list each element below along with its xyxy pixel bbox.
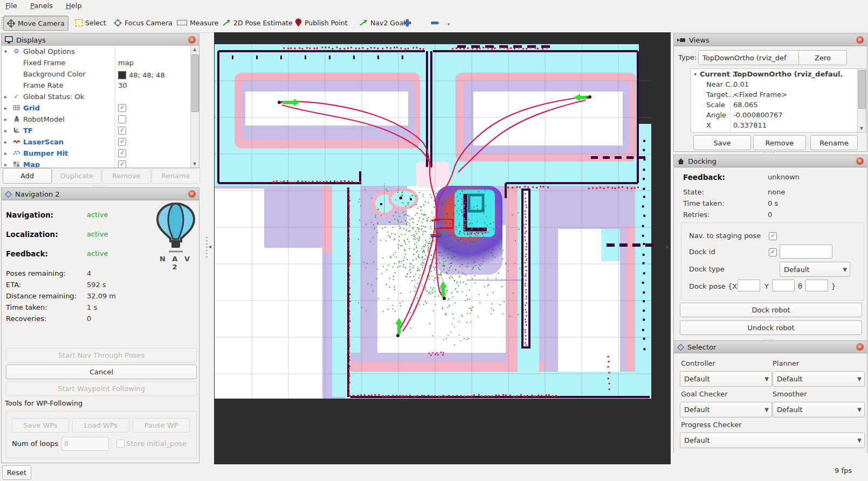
fixed-frame-value[interactable]: map <box>118 57 134 68</box>
reset-button[interactable]: Reset <box>2 465 31 480</box>
staging-pose-checkbox[interactable]: ✓ <box>769 232 777 240</box>
display-row-laserscan[interactable]: ▸ LaserScan ✓ <box>2 136 199 148</box>
scrollbar-thumb[interactable] <box>191 54 199 112</box>
display-row-bumper-hit[interactable]: ▸ Bumper Hit ✓ <box>2 148 199 159</box>
menu-panels[interactable]: Panels <box>25 0 58 11</box>
undock-robot-button[interactable]: Undock robot <box>680 320 862 335</box>
display-row-robotmodel[interactable]: ▸ RobotModel ✓ <box>2 114 199 125</box>
camera-icon <box>677 37 686 43</box>
duplicate-display-button: Duplicate <box>52 168 101 184</box>
scroll-down-icon[interactable]: ▼ <box>858 125 865 132</box>
expander-icon[interactable]: ▾ <box>694 69 697 79</box>
visibility-checkbox[interactable]: ✓ <box>118 149 126 157</box>
display-row-grid[interactable]: ▸ Grid ✓ <box>2 102 199 114</box>
progress-checker-combo[interactable]: Default▼ <box>680 433 865 448</box>
display-row-map[interactable]: ▸ Map ✓ <box>2 159 199 168</box>
rename-view-button[interactable]: Rename <box>810 135 858 150</box>
expander-icon[interactable]: ▸ <box>4 148 7 159</box>
display-row-background-color[interactable]: Background Color 48; 48; 48 <box>2 68 199 80</box>
goal-checker-combo[interactable]: Default▼ <box>680 402 772 417</box>
panel-title: Navigation 2 <box>15 190 60 198</box>
wp-tools-group: Save WPs Load WPs Pause WP Num of loops … <box>6 411 197 458</box>
recoveries-value: 0 <box>87 315 91 323</box>
views-row-near-clip[interactable]: Near C... 0.01 <box>691 79 866 89</box>
selector-title-bar[interactable]: Selector ✕ <box>674 341 867 353</box>
displays-title-bar[interactable]: Displays ✕ <box>2 34 199 46</box>
close-icon[interactable]: ✕ <box>188 190 196 198</box>
display-row-tf[interactable]: ▸ TF ✓ <box>2 125 199 136</box>
collapse-left-icon[interactable]: ◂ <box>209 243 211 249</box>
visibility-checkbox[interactable]: ✓ <box>118 127 126 135</box>
visibility-checkbox[interactable]: ✓ <box>118 138 126 146</box>
expander-icon[interactable]: ▸ <box>4 91 7 102</box>
views-row-y-partial[interactable]: Y 0.578943 <box>691 130 866 133</box>
smoother-combo[interactable]: Default▼ <box>773 402 865 417</box>
controller-combo[interactable]: Default▼ <box>680 371 772 387</box>
close-icon[interactable]: ✕ <box>856 157 864 165</box>
tool-2d-pose-estimate[interactable]: 2D Pose Estimate <box>219 16 296 30</box>
close-icon[interactable]: ✕ <box>856 36 864 44</box>
display-row-global-options[interactable]: ▾ ⚙ Global Options <box>2 46 199 57</box>
toolbar-overflow-icon[interactable]: ▾ <box>447 22 450 27</box>
frame-rate-value[interactable]: 30 <box>118 80 127 91</box>
zoom-in-button[interactable] <box>400 16 415 30</box>
menu-help[interactable]: Help <box>60 0 87 11</box>
scroll-down-icon[interactable]: ▼ <box>191 161 198 168</box>
visibility-checkbox[interactable]: ✓ <box>118 115 126 123</box>
collapse-right-icon[interactable]: ▸ <box>666 243 669 249</box>
dock-type-combo[interactable]: Default▼ <box>780 262 850 277</box>
gear-icon: ⚙ <box>12 47 20 55</box>
display-row-frame-rate[interactable]: Frame Rate 30 <box>2 80 199 91</box>
save-view-button[interactable]: Save <box>693 135 751 150</box>
zero-button[interactable]: Zero <box>798 50 847 65</box>
close-icon[interactable]: ✕ <box>856 343 864 351</box>
expander-icon[interactable]: ▸ <box>4 136 7 148</box>
views-row-target-frame[interactable]: Target... <Fixed Frame> <box>691 89 866 100</box>
dock-id-input[interactable] <box>780 245 832 259</box>
monitor-icon <box>5 36 13 44</box>
planner-combo[interactable]: Default▼ <box>773 371 865 387</box>
display-row-global-status[interactable]: ▸ ✓ Global Status: Ok <box>2 91 199 102</box>
map-viewport[interactable] <box>214 32 671 464</box>
controller-label: Controller <box>681 359 715 367</box>
dock-robot-button[interactable]: Dock robot <box>680 303 862 317</box>
menu-file[interactable]: File <box>0 0 23 11</box>
expander-icon[interactable]: ▸ <box>4 102 7 114</box>
left-splitter-handle[interactable] <box>206 237 208 259</box>
displays-scrollbar[interactable]: ▲ ▼ <box>190 46 199 168</box>
visibility-checkbox[interactable]: ✓ <box>118 104 126 112</box>
views-row-scale[interactable]: Scale 68.065 <box>691 100 866 110</box>
views-row-angle[interactable]: Angle -0.000800767 <box>691 110 866 120</box>
zoom-out-button[interactable] <box>428 16 442 30</box>
tool-move-camera[interactable]: Move Camera <box>3 16 68 31</box>
tool-focus-camera[interactable]: Focus Camera <box>111 16 176 30</box>
expander-icon[interactable]: ▸ <box>4 125 7 136</box>
docking-title-bar[interactable]: Docking ✕ <box>674 155 867 168</box>
views-title-bar[interactable]: Views ✕ <box>674 34 867 46</box>
dock-pose-theta-input[interactable] <box>805 280 828 291</box>
scrollbar-thumb[interactable] <box>858 70 866 109</box>
views-row-x[interactable]: X 0.337811 <box>691 120 866 130</box>
navigation2-panel: Navigation 2 ✕ Navigation: active Locali… <box>1 187 199 463</box>
add-display-button[interactable]: Add <box>3 168 52 184</box>
navigation2-title-bar[interactable]: Navigation 2 ✕ <box>2 188 199 200</box>
tool-publish-point[interactable]: Publish Point <box>292 16 351 30</box>
scroll-up-icon[interactable]: ▲ <box>191 46 198 53</box>
tool-select[interactable]: Select <box>72 16 109 30</box>
expander-icon[interactable]: ▸ <box>4 114 7 125</box>
view-type-combo[interactable]: TopDownOrtho (rviz_def▼ <box>698 50 805 65</box>
expander-icon[interactable]: ▾ <box>4 46 7 57</box>
views-scrollbar[interactable]: ▼ <box>857 69 866 132</box>
cancel-button[interactable]: Cancel <box>6 365 197 379</box>
remove-view-button[interactable]: Remove <box>753 135 806 150</box>
tool-measure[interactable]: Measure <box>174 16 222 30</box>
visibility-checkbox[interactable]: ✓ <box>118 161 126 168</box>
dock-id-checkbox[interactable]: ✓ <box>769 248 777 256</box>
views-row-current[interactable]: ▾ Current ... TopDownOrtho (rviz_defaul. <box>691 69 866 79</box>
display-row-fixed-frame[interactable]: Fixed Frame map <box>2 57 199 68</box>
dock-pose-y-input[interactable] <box>772 280 795 291</box>
num-loops-label: Num of loops <box>12 440 58 448</box>
expander-icon[interactable]: ▸ <box>4 159 7 168</box>
close-icon[interactable]: ✕ <box>188 36 196 44</box>
dock-pose-x-input[interactable] <box>738 280 760 291</box>
